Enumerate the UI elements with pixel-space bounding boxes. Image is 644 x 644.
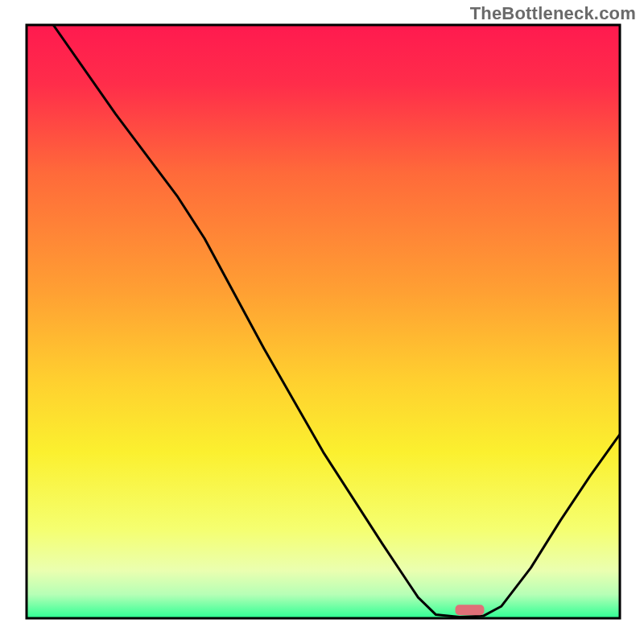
watermark-text: TheBottleneck.com	[470, 3, 636, 24]
optimal-point-marker	[456, 605, 485, 615]
chart-stage: TheBottleneck.com	[0, 0, 644, 644]
bottleneck-chart	[0, 0, 644, 644]
